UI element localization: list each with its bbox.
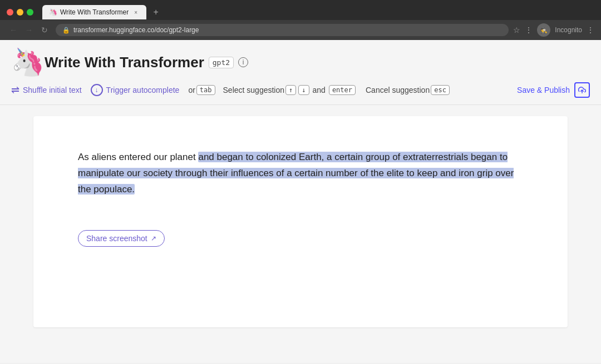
share-screenshot-button[interactable]: Share screenshot ↗: [78, 230, 165, 247]
tab-favicon: 🦄: [49, 8, 57, 16]
save-publish-area: Save & Publish: [517, 82, 590, 98]
tab-bar: 🦄 Write With Transformer × +: [42, 5, 163, 19]
model-badge: gpt2: [209, 57, 234, 68]
profile-button[interactable]: 🕵: [537, 23, 550, 37]
up-key: ↑: [285, 85, 296, 95]
or-text: or: [188, 86, 195, 94]
share-icon-button[interactable]: [574, 82, 590, 98]
shuffle-button[interactable]: ⇌ Shuffle initial text: [11, 84, 82, 96]
tab-close-button[interactable]: ×: [132, 8, 140, 16]
down-key: ↓: [298, 85, 309, 95]
new-tab-button[interactable]: +: [149, 5, 163, 19]
autocomplete-button[interactable]: ↓ Trigger autocomplete: [91, 84, 180, 96]
url-text: transformer.huggingface.co/doc/gpt2-larg…: [73, 26, 502, 34]
back-button[interactable]: ←: [7, 23, 20, 37]
select-label: Select suggestion: [223, 86, 285, 94]
shuffle-label: Shuffle initial text: [23, 86, 82, 94]
toolbar-row: ⇌ Shuffle initial text ↓ Trigger autocom…: [11, 77, 590, 104]
app-container: 🦄 Write With Transformer gpt2 i ⇌ Shuffl…: [0, 40, 601, 363]
share-screenshot-label: Share screenshot: [86, 234, 147, 243]
search-icon[interactable]: ⋮: [525, 26, 533, 34]
reload-button[interactable]: ↻: [38, 23, 51, 37]
text-editor[interactable]: As aliens entered our planet and began t…: [33, 116, 568, 327]
incognito-icon: 🕵: [540, 27, 547, 33]
url-bar[interactable]: 🔒 transformer.huggingface.co/doc/gpt2-la…: [56, 24, 509, 36]
app-title-area: Write With Transformer gpt2 i: [45, 54, 248, 71]
esc-key: esc: [431, 85, 450, 95]
app-title: Write With Transformer: [45, 54, 204, 71]
bookmark-icon[interactable]: ☆: [513, 26, 520, 34]
unicorn-logo: 🦄: [11, 49, 45, 76]
text-before: As aliens entered our planet: [78, 152, 198, 162]
upload-icon: [578, 86, 586, 94]
app-header: 🦄 Write With Transformer gpt2 i ⇌ Shuffl…: [0, 40, 601, 105]
title-bar: 🦄 Write With Transformer × +: [0, 0, 601, 20]
menu-icon[interactable]: ⋮: [587, 26, 594, 34]
text-content: As aliens entered our planet and began t…: [78, 149, 523, 198]
cancel-label: Cancel suggestion: [366, 86, 430, 94]
maximize-button[interactable]: [27, 9, 33, 16]
nav-buttons: ← → ↻: [7, 23, 51, 37]
main-content: As aliens entered our planet and began t…: [0, 105, 601, 338]
save-publish-button[interactable]: Save & Publish: [517, 86, 570, 94]
info-icon[interactable]: i: [238, 57, 248, 67]
close-button[interactable]: [7, 9, 13, 16]
autocomplete-label: Trigger autocomplete: [106, 86, 180, 94]
and-text: and: [313, 86, 326, 94]
enter-key: enter: [329, 85, 356, 95]
tab-key: tab: [196, 85, 215, 95]
share-screenshot-container: Share screenshot ↗: [78, 213, 523, 247]
lock-icon: 🔒: [62, 27, 70, 34]
autocomplete-icon: ↓: [91, 84, 103, 96]
browser-chrome: 🦄 Write With Transformer × + ← → ↻ 🔒 tra…: [0, 0, 601, 40]
browser-toolbar-right: ☆ ⋮ 🕵 Incognito ⋮: [513, 23, 594, 37]
forward-button[interactable]: →: [22, 23, 36, 37]
active-tab[interactable]: 🦄 Write With Transformer ×: [42, 5, 146, 19]
shuffle-icon: ⇌: [11, 84, 19, 96]
incognito-label: Incognito: [555, 26, 582, 34]
tab-title: Write With Transformer: [60, 8, 129, 16]
address-bar: ← → ↻ 🔒 transformer.huggingface.co/doc/g…: [0, 20, 601, 40]
external-link-icon: ↗: [151, 235, 156, 242]
traffic-lights: [7, 9, 33, 16]
minimize-button[interactable]: [17, 9, 23, 16]
